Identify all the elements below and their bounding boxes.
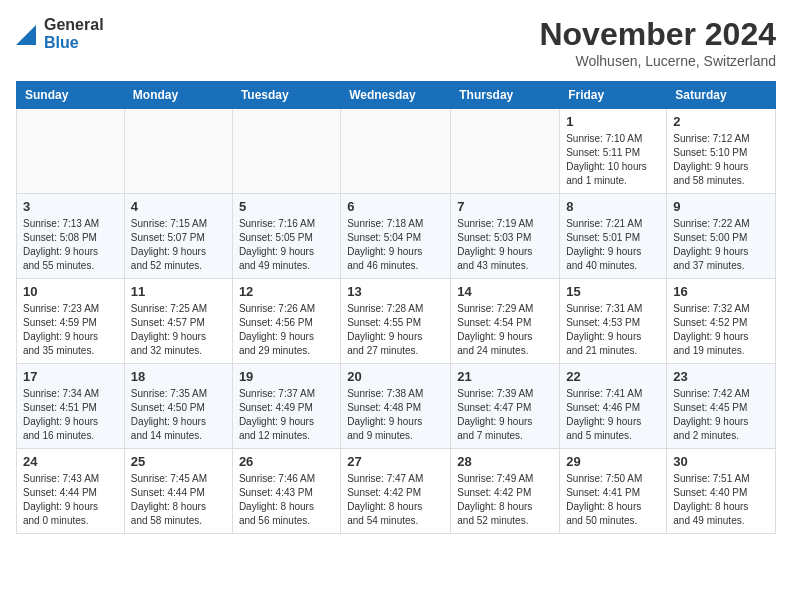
calendar-day-cell: 17Sunrise: 7:34 AM Sunset: 4:51 PM Dayli…	[17, 364, 125, 449]
calendar-day-cell: 1Sunrise: 7:10 AM Sunset: 5:11 PM Daylig…	[560, 109, 667, 194]
day-number: 14	[457, 284, 553, 299]
calendar-day-header: Monday	[124, 82, 232, 109]
calendar-day-cell: 30Sunrise: 7:51 AM Sunset: 4:40 PM Dayli…	[667, 449, 776, 534]
day-number: 28	[457, 454, 553, 469]
day-number: 29	[566, 454, 660, 469]
day-info: Sunrise: 7:45 AM Sunset: 4:44 PM Dayligh…	[131, 472, 226, 528]
day-number: 18	[131, 369, 226, 384]
calendar-day-cell: 24Sunrise: 7:43 AM Sunset: 4:44 PM Dayli…	[17, 449, 125, 534]
day-info: Sunrise: 7:23 AM Sunset: 4:59 PM Dayligh…	[23, 302, 118, 358]
calendar-week-row: 24Sunrise: 7:43 AM Sunset: 4:44 PM Dayli…	[17, 449, 776, 534]
day-number: 7	[457, 199, 553, 214]
day-number: 16	[673, 284, 769, 299]
day-info: Sunrise: 7:18 AM Sunset: 5:04 PM Dayligh…	[347, 217, 444, 273]
svg-marker-0	[16, 25, 36, 45]
calendar-day-cell	[124, 109, 232, 194]
day-info: Sunrise: 7:43 AM Sunset: 4:44 PM Dayligh…	[23, 472, 118, 528]
calendar-day-cell: 23Sunrise: 7:42 AM Sunset: 4:45 PM Dayli…	[667, 364, 776, 449]
day-number: 13	[347, 284, 444, 299]
calendar-day-cell: 4Sunrise: 7:15 AM Sunset: 5:07 PM Daylig…	[124, 194, 232, 279]
day-number: 24	[23, 454, 118, 469]
day-info: Sunrise: 7:29 AM Sunset: 4:54 PM Dayligh…	[457, 302, 553, 358]
calendar-day-cell: 2Sunrise: 7:12 AM Sunset: 5:10 PM Daylig…	[667, 109, 776, 194]
calendar-week-row: 3Sunrise: 7:13 AM Sunset: 5:08 PM Daylig…	[17, 194, 776, 279]
day-info: Sunrise: 7:19 AM Sunset: 5:03 PM Dayligh…	[457, 217, 553, 273]
calendar-day-cell: 20Sunrise: 7:38 AM Sunset: 4:48 PM Dayli…	[341, 364, 451, 449]
calendar-day-cell	[451, 109, 560, 194]
day-number: 26	[239, 454, 334, 469]
calendar-day-cell: 13Sunrise: 7:28 AM Sunset: 4:55 PM Dayli…	[341, 279, 451, 364]
calendar-day-cell: 29Sunrise: 7:50 AM Sunset: 4:41 PM Dayli…	[560, 449, 667, 534]
day-number: 5	[239, 199, 334, 214]
day-info: Sunrise: 7:10 AM Sunset: 5:11 PM Dayligh…	[566, 132, 660, 188]
calendar-day-cell: 6Sunrise: 7:18 AM Sunset: 5:04 PM Daylig…	[341, 194, 451, 279]
day-number: 23	[673, 369, 769, 384]
calendar-day-cell: 21Sunrise: 7:39 AM Sunset: 4:47 PM Dayli…	[451, 364, 560, 449]
day-info: Sunrise: 7:42 AM Sunset: 4:45 PM Dayligh…	[673, 387, 769, 443]
day-number: 19	[239, 369, 334, 384]
day-info: Sunrise: 7:49 AM Sunset: 4:42 PM Dayligh…	[457, 472, 553, 528]
day-info: Sunrise: 7:41 AM Sunset: 4:46 PM Dayligh…	[566, 387, 660, 443]
day-number: 6	[347, 199, 444, 214]
calendar-header-row: SundayMondayTuesdayWednesdayThursdayFrid…	[17, 82, 776, 109]
day-info: Sunrise: 7:39 AM Sunset: 4:47 PM Dayligh…	[457, 387, 553, 443]
day-info: Sunrise: 7:25 AM Sunset: 4:57 PM Dayligh…	[131, 302, 226, 358]
calendar-day-header: Friday	[560, 82, 667, 109]
day-number: 17	[23, 369, 118, 384]
day-info: Sunrise: 7:38 AM Sunset: 4:48 PM Dayligh…	[347, 387, 444, 443]
calendar-day-cell: 28Sunrise: 7:49 AM Sunset: 4:42 PM Dayli…	[451, 449, 560, 534]
calendar-day-cell	[341, 109, 451, 194]
day-number: 11	[131, 284, 226, 299]
day-info: Sunrise: 7:26 AM Sunset: 4:56 PM Dayligh…	[239, 302, 334, 358]
day-info: Sunrise: 7:16 AM Sunset: 5:05 PM Dayligh…	[239, 217, 334, 273]
day-number: 3	[23, 199, 118, 214]
calendar-day-cell: 12Sunrise: 7:26 AM Sunset: 4:56 PM Dayli…	[232, 279, 340, 364]
day-info: Sunrise: 7:34 AM Sunset: 4:51 PM Dayligh…	[23, 387, 118, 443]
day-info: Sunrise: 7:51 AM Sunset: 4:40 PM Dayligh…	[673, 472, 769, 528]
calendar-day-cell: 25Sunrise: 7:45 AM Sunset: 4:44 PM Dayli…	[124, 449, 232, 534]
day-number: 15	[566, 284, 660, 299]
header: GeneralBlue November 2024 Wolhusen, Luce…	[16, 16, 776, 69]
calendar-day-cell: 15Sunrise: 7:31 AM Sunset: 4:53 PM Dayli…	[560, 279, 667, 364]
calendar-day-cell: 22Sunrise: 7:41 AM Sunset: 4:46 PM Dayli…	[560, 364, 667, 449]
day-info: Sunrise: 7:47 AM Sunset: 4:42 PM Dayligh…	[347, 472, 444, 528]
day-number: 27	[347, 454, 444, 469]
day-number: 9	[673, 199, 769, 214]
calendar-day-header: Tuesday	[232, 82, 340, 109]
day-number: 8	[566, 199, 660, 214]
calendar-day-cell: 27Sunrise: 7:47 AM Sunset: 4:42 PM Dayli…	[341, 449, 451, 534]
calendar-day-header: Saturday	[667, 82, 776, 109]
day-info: Sunrise: 7:32 AM Sunset: 4:52 PM Dayligh…	[673, 302, 769, 358]
calendar-table: SundayMondayTuesdayWednesdayThursdayFrid…	[16, 81, 776, 534]
day-number: 22	[566, 369, 660, 384]
day-info: Sunrise: 7:46 AM Sunset: 4:43 PM Dayligh…	[239, 472, 334, 528]
logo: GeneralBlue	[16, 16, 104, 51]
day-info: Sunrise: 7:12 AM Sunset: 5:10 PM Dayligh…	[673, 132, 769, 188]
calendar-day-cell: 9Sunrise: 7:22 AM Sunset: 5:00 PM Daylig…	[667, 194, 776, 279]
day-info: Sunrise: 7:28 AM Sunset: 4:55 PM Dayligh…	[347, 302, 444, 358]
day-number: 20	[347, 369, 444, 384]
day-number: 2	[673, 114, 769, 129]
day-info: Sunrise: 7:31 AM Sunset: 4:53 PM Dayligh…	[566, 302, 660, 358]
page: GeneralBlue November 2024 Wolhusen, Luce…	[0, 0, 792, 550]
day-number: 21	[457, 369, 553, 384]
calendar-week-row: 10Sunrise: 7:23 AM Sunset: 4:59 PM Dayli…	[17, 279, 776, 364]
calendar-day-cell	[232, 109, 340, 194]
day-number: 1	[566, 114, 660, 129]
calendar-week-row: 17Sunrise: 7:34 AM Sunset: 4:51 PM Dayli…	[17, 364, 776, 449]
calendar-day-cell: 26Sunrise: 7:46 AM Sunset: 4:43 PM Dayli…	[232, 449, 340, 534]
day-info: Sunrise: 7:22 AM Sunset: 5:00 PM Dayligh…	[673, 217, 769, 273]
calendar-body: 1Sunrise: 7:10 AM Sunset: 5:11 PM Daylig…	[17, 109, 776, 534]
page-subtitle: Wolhusen, Lucerne, Switzerland	[539, 53, 776, 69]
calendar-day-header: Sunday	[17, 82, 125, 109]
calendar-day-header: Thursday	[451, 82, 560, 109]
day-number: 12	[239, 284, 334, 299]
calendar-day-cell: 7Sunrise: 7:19 AM Sunset: 5:03 PM Daylig…	[451, 194, 560, 279]
day-number: 25	[131, 454, 226, 469]
day-info: Sunrise: 7:50 AM Sunset: 4:41 PM Dayligh…	[566, 472, 660, 528]
calendar-day-cell: 10Sunrise: 7:23 AM Sunset: 4:59 PM Dayli…	[17, 279, 125, 364]
title-block: November 2024 Wolhusen, Lucerne, Switzer…	[539, 16, 776, 69]
calendar-day-cell: 3Sunrise: 7:13 AM Sunset: 5:08 PM Daylig…	[17, 194, 125, 279]
day-info: Sunrise: 7:13 AM Sunset: 5:08 PM Dayligh…	[23, 217, 118, 273]
calendar-day-header: Wednesday	[341, 82, 451, 109]
